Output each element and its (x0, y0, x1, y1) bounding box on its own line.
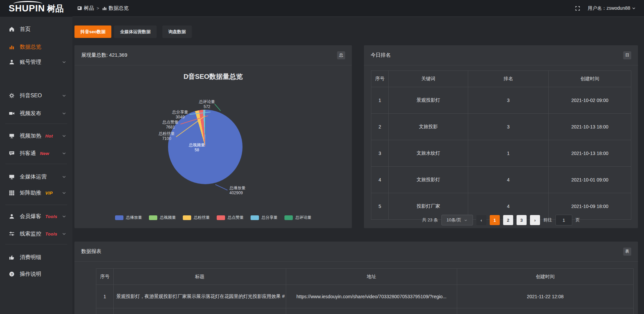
legend-item-shares[interactable]: 总分享量 (251, 215, 278, 220)
grid-icon (9, 190, 15, 196)
legend-swatch (183, 215, 191, 220)
mini-chart-icon (102, 6, 107, 11)
sidebar-item-video-publish[interactable]: 视频发布 (0, 107, 72, 120)
legend-item-videos[interactable]: 总视频量 (149, 215, 176, 220)
sidebar-item-douketong[interactable]: 抖客通 New (0, 147, 72, 160)
chevron-down-icon (62, 111, 66, 116)
cell-time: 2021-10-13 18:00 (549, 140, 631, 167)
legend-label: 总视频量 (160, 215, 176, 220)
day-badge-button[interactable]: 日 (623, 51, 631, 59)
sidebar-item-member-baoke[interactable]: 会员爆客 Tools (0, 210, 72, 223)
sidebar-item-media-operation[interactable]: 全媒体运营 (0, 170, 72, 184)
tab-douyin-seo-data[interactable]: 抖音seo数据 (74, 25, 111, 38)
page-button-3[interactable]: 3 (517, 215, 527, 225)
cell-keyword: 景观投影灯 (389, 87, 468, 114)
prev-page-button[interactable]: ‹ (476, 215, 486, 225)
sidebar-item-label: 消费明细 (20, 254, 41, 261)
app-square-icon (77, 6, 82, 11)
cell-time: 2021-10-01 09:00 (549, 167, 631, 193)
total-count-label: 共 23 条 (422, 217, 438, 223)
sidebar-item-label: 线索监控 (20, 230, 41, 238)
ranking-table: 序号 关键词 排名 创建时间 1 景观投影灯 3 2021-10-02 09:0… (371, 70, 631, 220)
sidebar-item-account[interactable]: 账号管理 (0, 55, 72, 69)
page-size-select[interactable]: 10条/页 (441, 215, 473, 225)
sidebar-item-matrix-boost[interactable]: 矩阵助推 VIP (0, 186, 72, 200)
pie-label-name: 总评论量 (194, 99, 220, 104)
tools-badge: Tools (45, 214, 57, 219)
user-menu[interactable]: 用户名：zswodun88 (588, 5, 636, 11)
legend-item-likes[interactable]: 总点赞量 (217, 215, 244, 220)
sidebar-item-help[interactable]: ? 操作说明 (0, 267, 72, 281)
report-panel-header: 数据报表 表 (74, 242, 638, 262)
breadcrumb-item-current[interactable]: 数据总览 (102, 5, 129, 11)
page-size-value: 10条/页 (446, 217, 461, 223)
table-row (96, 308, 634, 314)
legend-item-plays[interactable]: 总播放量 (115, 215, 142, 220)
chevron-down-icon (62, 60, 66, 64)
pie-label-name: 总粉丝量 (153, 131, 180, 136)
fullscreen-icon[interactable] (575, 6, 580, 11)
goto-page-input[interactable] (555, 215, 572, 225)
legend-swatch (115, 215, 123, 220)
sidebar-item-label: 数据总览 (20, 44, 41, 51)
report-title: 数据报表 (81, 248, 101, 255)
pie-label-value: 402909 (229, 191, 260, 196)
pie-leader-line (215, 184, 228, 191)
cell-rank: 3 (468, 87, 549, 114)
table-row[interactable]: 3 文旅水纹灯 1 2021-10-13 18:00 (371, 140, 631, 167)
legend-item-fans[interactable]: 总粉丝量 (183, 215, 210, 220)
app-logo: SHUPIN 树品 (0, 0, 72, 17)
cell-no: 3 (371, 140, 389, 167)
sidebar-item-spend-detail[interactable]: 消费明细 (0, 251, 72, 264)
user-icon (9, 59, 15, 65)
chevron-down-icon (62, 214, 66, 219)
col-header-no: 序号 (371, 71, 389, 87)
monitor-icon (9, 174, 15, 180)
cell-link[interactable]: https://www.iesdouyin.com/share/video/70… (286, 285, 457, 308)
pie-label-name: 总点赞量 (157, 120, 184, 125)
goto-unit-label: 页 (576, 217, 580, 223)
table-row[interactable]: 1 景观投影灯，夜游景观投影灯厂家展示展示落花灯在花园里的灯光投影应用效果 # … (96, 285, 634, 308)
question-circle-icon: ? (9, 271, 15, 277)
cell-keyword: 文旅水纹灯 (389, 140, 468, 167)
page-button-1[interactable]: 1 (490, 215, 500, 225)
sidebar-item-label: 会员爆客 (20, 213, 41, 220)
table-badge-button[interactable]: 表 (623, 248, 631, 256)
tab-media-operation-data[interactable]: 全媒体运营数据 (114, 25, 157, 38)
table-row[interactable]: 1 景观投影灯 3 2021-10-02 09:00 (371, 87, 631, 114)
next-page-button[interactable]: › (530, 215, 540, 225)
legend-label: 总粉丝量 (194, 215, 210, 220)
table-row[interactable]: 4 文旅投影灯 4 2021-10-01 09:00 (371, 167, 631, 193)
cell-title: 景观投影灯，夜游景观投影灯厂家展示展示落花灯在花园里的灯光投影应用效果 # (114, 285, 286, 308)
sidebar-item-douyin-seo[interactable]: 抖音SEO (0, 89, 72, 102)
pie-label-value: 7681 (157, 125, 184, 130)
sidebar-item-data-overview[interactable]: 数据总览 (0, 40, 72, 54)
sidebar-item-home[interactable]: 首页 (0, 22, 72, 36)
topbar-right: 用户名：zswodun88 (575, 5, 636, 11)
legend-label: 总点赞量 (228, 215, 244, 220)
pie-label-videos: 总视频量 58 (183, 143, 210, 153)
svg-text:?: ? (11, 272, 13, 276)
legend-item-comments[interactable]: 总评论量 (284, 215, 312, 220)
cell-rank: 1 (468, 140, 549, 167)
legend-swatch (217, 215, 225, 220)
logo-text-cn: 树品 (47, 3, 64, 14)
pie-label-value: 3049 (167, 115, 194, 120)
breadcrumb-label: 数据总览 (109, 5, 129, 11)
breadcrumb-item-home[interactable]: 树品 (77, 5, 94, 11)
screen-icon (9, 133, 15, 139)
legend-label: 总评论量 (296, 215, 312, 220)
page-button-2[interactable]: 2 (503, 215, 513, 225)
sidebar-item-video-heat[interactable]: 视频加热 Hot (0, 129, 72, 143)
ranking-panel: 今日排名 日 序号 关键词 排名 创建时间 1 景观投影灯 3 2021-10-… (364, 45, 638, 228)
sidebar-item-lead-monitor[interactable]: 线索监控 Tools (0, 227, 72, 241)
sidebar: 首页 数据总览 账号管理 抖音SEO 视频发布 视频加热 Hot 抖客通 New… (0, 17, 72, 314)
sidebar-item-label: 首页 (20, 26, 31, 33)
cell-time: 2021-10-02 09:00 (549, 87, 631, 114)
sidebar-item-label: 抖客通 (20, 150, 36, 157)
report-table: 序号 标题 地址 创建时间 1 景观投影灯，夜游景观投影灯厂家展示展示落花灯在花… (96, 268, 634, 314)
table-row[interactable]: 2 文旅投影 3 2021-10-13 18:00 (371, 114, 631, 140)
tab-inquiry-data[interactable]: 询盘数据 (162, 25, 192, 38)
chevron-down-icon (464, 218, 468, 222)
logo-arc (13, 1, 42, 7)
